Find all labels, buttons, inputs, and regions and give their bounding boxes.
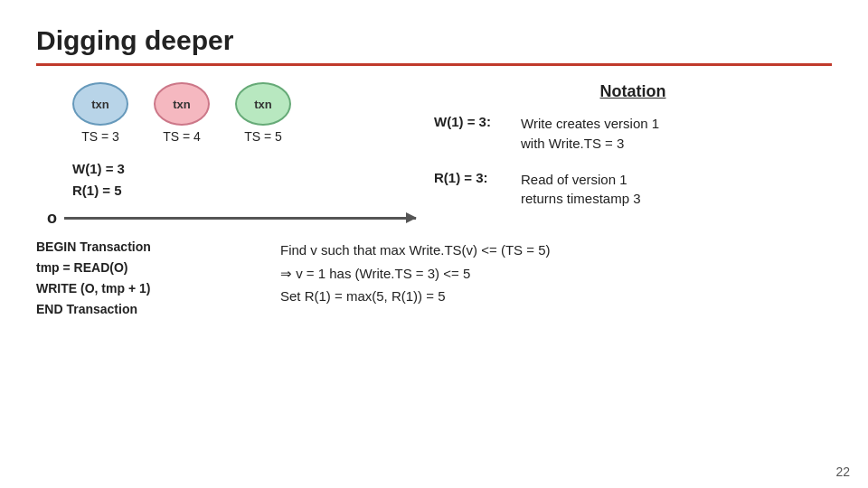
- notation-row-2: R(1) = 3: Read of version 1returns times…: [434, 170, 832, 210]
- txn-label-3: txn: [254, 98, 272, 111]
- txn-row: txn TS = 3 txn TS = 4 txn TS = 5: [36, 82, 416, 144]
- page-title: Digging deeper: [36, 25, 832, 56]
- op-line1: W(1) = 3: [72, 158, 416, 180]
- begin-line2: tmp = READ(O): [36, 258, 253, 278]
- txn-ellipse-blue: txn: [72, 82, 128, 126]
- notation-desc-1: Write creates version 1with Write.TS = 3: [521, 114, 659, 154]
- notation-heading: Notation: [434, 82, 832, 101]
- timeline-row: o: [47, 209, 416, 228]
- slide: Digging deeper txn TS = 3 txn TS = 4: [0, 0, 868, 488]
- begin-line4: END Transaction: [36, 299, 253, 320]
- find-line3: Set R(1) = max(5, R(1)) = 5: [280, 285, 832, 308]
- txn-item-2: txn TS = 4: [154, 82, 210, 144]
- notation-desc-2: Read of version 1returns timestamp 3: [521, 170, 641, 210]
- ts-label-2: TS = 4: [163, 129, 201, 144]
- txn-item-3: txn TS = 5: [235, 82, 291, 144]
- left-section: txn TS = 3 txn TS = 4 txn TS = 5: [36, 82, 416, 228]
- bottom-section: BEGIN Transaction tmp = READ(O) WRITE (O…: [36, 237, 832, 320]
- txn-ellipse-green: txn: [235, 82, 291, 126]
- page-number: 22: [835, 465, 850, 479]
- timeline-arrow: [64, 217, 416, 220]
- notation-section: Notation W(1) = 3: Write creates version…: [416, 82, 832, 228]
- txn-label-2: txn: [173, 98, 191, 111]
- ts-label-1: TS = 3: [81, 129, 119, 144]
- notation-key-2: R(1) = 3:: [434, 170, 515, 185]
- ts-label-3: TS = 5: [244, 129, 282, 144]
- op-line2: R(1) = 5: [72, 180, 416, 202]
- notation-key-1: W(1) = 3:: [434, 114, 515, 129]
- operations-block: W(1) = 3 R(1) = 5: [72, 158, 416, 202]
- begin-line3: WRITE (O, tmp + 1): [36, 278, 253, 299]
- txn-ellipse-pink: txn: [154, 82, 210, 126]
- timeline-label: o: [47, 209, 57, 228]
- find-line1: Find v such that max Write.TS(v) <= (TS …: [280, 239, 832, 262]
- begin-block: BEGIN Transaction tmp = READ(O) WRITE (O…: [36, 237, 253, 320]
- find-block: Find v such that max Write.TS(v) <= (TS …: [280, 237, 832, 320]
- title-divider: [36, 63, 832, 66]
- begin-line1: BEGIN Transaction: [36, 237, 253, 258]
- notation-row-1: W(1) = 3: Write creates version 1with Wr…: [434, 114, 832, 154]
- txn-label-1: txn: [91, 98, 109, 111]
- content-area: txn TS = 3 txn TS = 4 txn TS = 5: [36, 82, 832, 228]
- txn-item-1: txn TS = 3: [72, 82, 128, 144]
- notation-rows: W(1) = 3: Write creates version 1with Wr…: [434, 114, 832, 225]
- find-line2: ⇒ v = 1 has (Write.TS = 3) <= 5: [280, 262, 832, 286]
